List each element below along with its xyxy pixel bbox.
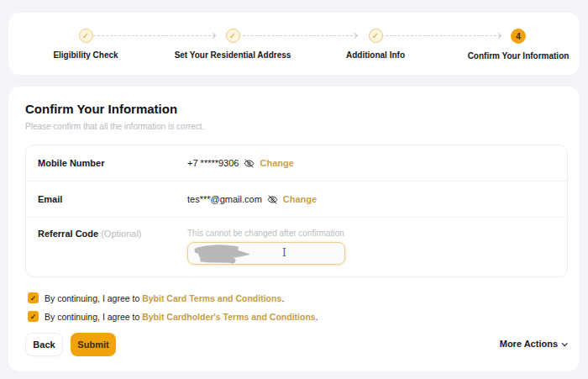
step-eligibility-check: ✓ Eligibility Check	[18, 29, 153, 60]
change-mobile-link[interactable]: Change	[260, 158, 293, 168]
eye-off-icon[interactable]	[244, 158, 255, 169]
email-value: tes***@gmail.com	[187, 194, 262, 204]
referral-code-label: Referral Code (Optional)	[38, 229, 187, 239]
step-label: Confirm Your Information	[451, 51, 585, 61]
step-label: Additional Info	[308, 50, 443, 60]
check-icon: ✓	[79, 29, 93, 43]
step-additional-info: ✓ Additional Info	[308, 29, 443, 60]
referral-code-optional-tag: (Optional)	[101, 229, 141, 239]
redacted-value-scribble	[192, 245, 265, 267]
step-label: Set Your Residential Address	[165, 50, 300, 60]
agreement-prefix: By continuing, I agree to	[45, 293, 142, 303]
cardholder-terms-link[interactable]: Bybit Cardholder's Terms and Conditions	[142, 312, 316, 322]
mobile-number-value: +7 *****9306	[187, 158, 239, 168]
cardholder-terms-checkbox[interactable]: ✓	[28, 311, 39, 322]
text-cursor-icon: I	[282, 247, 286, 259]
back-button[interactable]: Back	[25, 333, 63, 356]
check-icon: ✓	[369, 29, 383, 43]
referral-code-hint: This cannot be changed after confirmatio…	[187, 229, 345, 238]
mobile-number-label: Mobile Number	[38, 158, 187, 168]
email-row: Email tes***@gmail.com Change	[26, 182, 567, 218]
card-terms-link[interactable]: Bybit Card Terms and Conditions	[142, 293, 281, 303]
check-icon: ✓	[226, 29, 240, 43]
step-residential-address: ✓ Set Your Residential Address	[165, 29, 300, 60]
more-actions-button[interactable]: More Actions	[500, 339, 566, 349]
page-subtitle: Please confirm that all the information …	[25, 122, 204, 131]
change-email-link[interactable]: Change	[283, 194, 317, 204]
referral-code-label-text: Referral Code	[38, 229, 98, 239]
step-label: Eligibility Check	[18, 50, 153, 60]
card-terms-checkbox[interactable]: ✓	[28, 292, 39, 303]
more-actions-label: More Actions	[500, 339, 558, 349]
info-panel: Mobile Number +7 *****9306 Change Email …	[25, 145, 568, 277]
chevron-down-icon	[562, 340, 568, 346]
agreement-row-card-terms: ✓ By continuing, I agree to Bybit Card T…	[28, 292, 284, 303]
agreement-suffix: .	[281, 293, 284, 303]
eye-off-icon[interactable]	[267, 194, 278, 205]
mobile-number-row: Mobile Number +7 *****9306 Change	[26, 145, 567, 182]
agreement-row-cardholder-terms: ✓ By continuing, I agree to Bybit Cardho…	[28, 311, 318, 322]
email-label: Email	[38, 194, 187, 204]
confirm-information-panel: Confirm Your Information Please confirm …	[8, 87, 580, 371]
agreement-prefix: By continuing, I agree to	[45, 312, 142, 322]
stepper-card: ✓ Eligibility Check ✓ Set Your Residenti…	[8, 13, 580, 75]
referral-code-row: Referral Code (Optional) This cannot be …	[26, 218, 567, 277]
step-number-badge: 4	[511, 29, 526, 44]
agreement-suffix: .	[316, 312, 318, 322]
submit-button[interactable]: Submit	[71, 333, 116, 356]
referral-code-input[interactable]: I	[187, 242, 345, 265]
page-title: Confirm Your Information	[25, 102, 177, 116]
step-confirm-information: 4 Confirm Your Information	[451, 29, 585, 61]
